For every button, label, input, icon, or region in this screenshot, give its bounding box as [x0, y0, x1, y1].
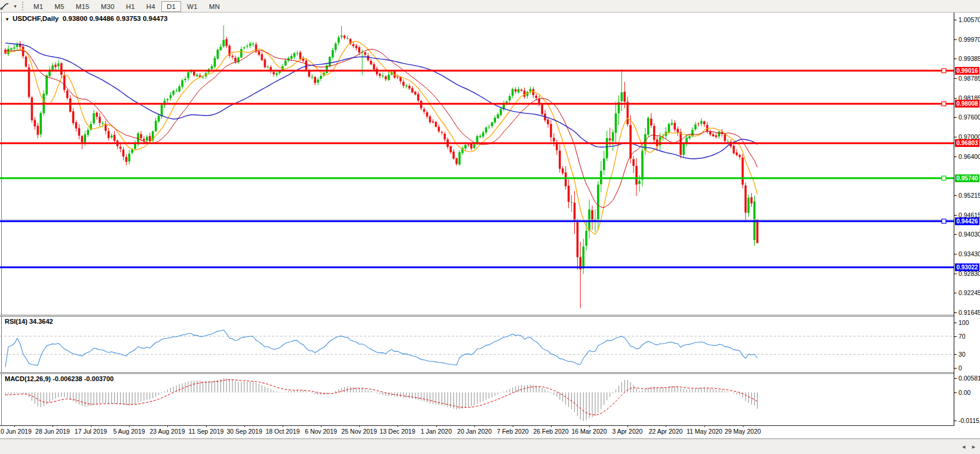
date-tick [513, 425, 513, 427]
trading-terminal-window: ▼ M1M5M15M30H1H4D1W1MN ▼USDCHF,Daily 0.9… [0, 0, 980, 454]
time-scale[interactable]: 10 Jun 201928 Jun 201917 Jul 20195 Aug 2… [0, 427, 954, 438]
price-tick-label: 0.95215 [958, 192, 980, 199]
price-tick-dash [954, 78, 957, 79]
date-label: 30 Sep 2019 [226, 428, 262, 435]
rsi-label: RSI(14) 34.3642 [5, 318, 53, 325]
date-tick [705, 425, 705, 427]
price-tick-label: 0.99970 [958, 36, 980, 43]
tf-button-M5[interactable]: M5 [49, 1, 69, 12]
price-tick-dash [954, 293, 957, 293]
date-tick [91, 425, 91, 427]
price-tick-label: 0.98785 [958, 75, 980, 82]
tab-scroll-right-icon[interactable]: ► [971, 444, 976, 450]
date-tick [397, 425, 398, 427]
tf-button-M1[interactable]: M1 [28, 1, 48, 12]
macd-indicator-canvas[interactable] [0, 374, 954, 425]
date-label: 17 Jul 2019 [75, 428, 107, 435]
price-tick-dash [954, 20, 957, 20]
candles-layer [4, 25, 758, 308]
tf-button-D1[interactable]: D1 [161, 1, 181, 12]
rsi-indicator-canvas[interactable] [0, 317, 954, 373]
macd-tick-dash [954, 378, 957, 379]
rsi-tick-dash [954, 323, 957, 323]
price-tick-dash [954, 274, 957, 274]
price-tick-label: 0.92245 [958, 289, 980, 296]
rsi-tick-dash [954, 368, 957, 369]
toolbar-grip [22, 2, 23, 10]
price-scale[interactable]: 1.005700.999700.993850.987850.981850.976… [954, 13, 980, 425]
price-tick-dash [954, 254, 957, 254]
rsi-tick-label: 30 [958, 351, 966, 358]
price-tick-dash [954, 215, 957, 216]
macd-tick-label: 0.00 [958, 389, 970, 396]
date-tick [436, 425, 437, 427]
date-tick [129, 425, 130, 427]
macd-tick-label: 0.005818 [958, 375, 980, 382]
date-label: 18 Oct 2019 [265, 428, 299, 435]
date-label: 10 Jun 2019 [0, 428, 32, 435]
chart-tab-bar: ◄ ► [0, 438, 980, 454]
rsi-tick-dash [954, 336, 957, 337]
price-tick-label: 0.96400 [958, 153, 980, 160]
price-tick-dash [954, 234, 957, 235]
tf-button-M15[interactable]: M15 [71, 1, 95, 12]
crosshair-pen-tool-icon[interactable] [2, 2, 12, 10]
price-tick-dash [954, 137, 957, 137]
date-tick [627, 425, 628, 427]
chart-title: ▼USDCHF,Daily 0.93800 0.94486 0.93753 0.… [5, 15, 168, 22]
hline-handle-0.94426[interactable] [942, 219, 946, 223]
price-tick-label: 0.99385 [958, 55, 980, 62]
price-tick-label: 0.93430 [958, 250, 980, 257]
date-tick [474, 425, 475, 427]
chart-ohlc-values: 0.93800 0.94486 0.93753 0.94473 [63, 15, 168, 22]
date-tick [53, 425, 53, 427]
tab-scroll-arrows: ◄ ► [961, 439, 976, 454]
hline-handle-0.98008[interactable] [942, 102, 946, 106]
rsi-tick-label: 0 [958, 364, 962, 372]
macd-histogram [5, 378, 757, 421]
date-label: 28 Jun 2019 [35, 428, 70, 435]
rsi-tick-dash [954, 354, 957, 355]
hline-handle-0.95740[interactable] [942, 176, 946, 180]
date-label: 29 May 2020 [725, 428, 761, 435]
price-badge-0.94426: 0.94426 [955, 217, 979, 225]
tf-button-MN[interactable]: MN [204, 1, 225, 12]
tool-dropdown-icon[interactable]: ▼ [13, 4, 17, 8]
date-label: 5 Aug 2019 [113, 428, 145, 435]
date-tick [283, 425, 283, 427]
date-label: 3 Apr 2020 [612, 428, 643, 435]
price-badge-0.99016: 0.99016 [955, 67, 979, 75]
date-label: 6 Nov 2019 [305, 428, 337, 435]
rsi-tick-label: 100 [958, 319, 969, 326]
tab-scroll-left-icon[interactable]: ◄ [961, 444, 966, 450]
hline-handle-0.99016[interactable] [942, 69, 946, 73]
tf-button-M30[interactable]: M30 [96, 1, 120, 12]
date-tick [551, 425, 552, 427]
date-tick [206, 425, 207, 427]
date-tick [167, 425, 168, 427]
date-label: 20 Jan 2020 [457, 428, 492, 435]
macd-tick-label: -0.011514 [958, 417, 980, 424]
tf-button-W1[interactable]: W1 [182, 1, 203, 12]
date-label: 11 May 2020 [687, 428, 722, 435]
price-chart-canvas[interactable] [0, 13, 954, 315]
tf-button-H1[interactable]: H1 [121, 1, 140, 12]
date-label: 23 Aug 2019 [150, 428, 185, 435]
rsi-line [5, 330, 757, 367]
date-label: 1 Jan 2020 [421, 428, 452, 435]
date-tick [743, 425, 743, 427]
price-badge-0.98008: 0.98008 [955, 100, 979, 108]
price-tick-label: 0.91645 [958, 309, 980, 316]
date-label: 13 Dec 2019 [379, 428, 415, 435]
price-tick-label: 0.97600 [958, 114, 980, 121]
date-label: 16 Mar 2020 [572, 428, 607, 435]
date-label: 25 Nov 2019 [341, 428, 377, 435]
price-badge-0.95740: 0.95740 [955, 174, 979, 182]
timeframe-toolbar: ▼ M1M5M15M30H1H4D1W1MN [0, 0, 980, 13]
macd-tick-dash [954, 421, 957, 421]
timeframe-buttons: M1M5M15M30H1H4D1W1MN [28, 1, 226, 12]
symbol-dropdown-icon[interactable]: ▼ [5, 17, 10, 22]
date-label: 26 Feb 2020 [534, 428, 569, 435]
tf-button-H4[interactable]: H4 [141, 1, 161, 12]
chart-symbol: USDCHF,Daily [13, 15, 59, 22]
